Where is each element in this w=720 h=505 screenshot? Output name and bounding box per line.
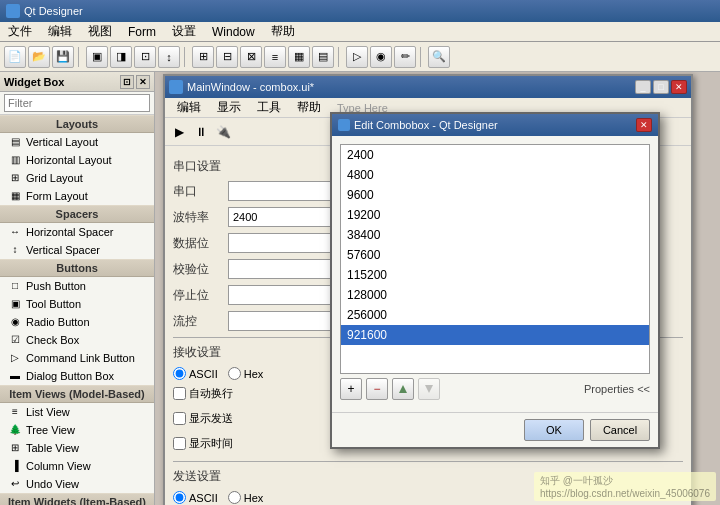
toolbar-btn-14[interactable]: 🔍 [428, 46, 450, 68]
auto-newline-label[interactable]: 自动换行 [173, 386, 233, 401]
widget-command-link-button[interactable]: ▷ Command Link Button [0, 349, 154, 367]
qt-pause-btn[interactable]: ⏸ [191, 122, 211, 142]
qt-menu-display[interactable]: 显示 [209, 98, 249, 117]
toolbar-btn-11[interactable]: ▷ [346, 46, 368, 68]
combo-list-item[interactable]: 57600 [341, 245, 649, 265]
combo-list-item[interactable]: 19200 [341, 205, 649, 225]
new-button[interactable]: 📄 [4, 46, 26, 68]
widget-table-view[interactable]: ⊞ Table View [0, 439, 154, 457]
toolbar-btn-10[interactable]: ▤ [312, 46, 334, 68]
toolbar-sep-4 [420, 47, 424, 67]
widget-vertical-spacer[interactable]: ↕ Vertical Spacer [0, 241, 154, 259]
widget-box-float-btn[interactable]: ⊡ [120, 75, 134, 89]
menu-settings[interactable]: 设置 [164, 22, 204, 41]
auto-newline-checkbox[interactable] [173, 387, 186, 400]
undo-view-icon: ↩ [8, 477, 22, 491]
combo-ok-btn[interactable]: OK [524, 419, 584, 441]
receive-ascii-radio[interactable] [173, 367, 186, 380]
widget-form-layout[interactable]: ▦ Form Layout [0, 187, 154, 205]
combo-list-item[interactable]: 128000 [341, 285, 649, 305]
send-hex-radio[interactable] [228, 491, 241, 504]
toolbar-btn-9[interactable]: ▦ [288, 46, 310, 68]
widget-horizontal-spacer[interactable]: ↔ Horizontal Spacer [0, 223, 154, 241]
combo-list-item[interactable]: 9600 [341, 185, 649, 205]
widget-box-header: Widget Box ⊡ ✕ [0, 72, 154, 92]
category-layouts[interactable]: Layouts [0, 115, 154, 133]
filter-input[interactable] [4, 94, 150, 112]
main-toolbar: 📄 📂 💾 ▣ ◨ ⊡ ↕ ⊞ ⊟ ⊠ ≡ ▦ ▤ ▷ ◉ ✏ 🔍 [0, 42, 720, 72]
qt-menu-help[interactable]: 帮助 [289, 98, 329, 117]
menu-window[interactable]: Window [204, 24, 263, 40]
category-spacers[interactable]: Spacers [0, 205, 154, 223]
toolbar-btn-7[interactable]: ⊠ [240, 46, 262, 68]
widget-vertical-layout[interactable]: ▤ Vertical Layout [0, 133, 154, 151]
combo-down-btn[interactable] [418, 378, 440, 400]
combo-dialog: Edit Combobox - Qt Designer ✕ 2400480096… [330, 112, 660, 449]
widget-horizontal-layout[interactable]: ▥ Horizontal Layout [0, 151, 154, 169]
widget-column-view[interactable]: ▐ Column View [0, 457, 154, 475]
menu-edit[interactable]: 编辑 [40, 22, 80, 41]
toolbar-btn-2[interactable]: ◨ [110, 46, 132, 68]
toolbar-btn-1[interactable]: ▣ [86, 46, 108, 68]
show-time-checkbox[interactable] [173, 437, 186, 450]
svg-marker-0 [399, 385, 407, 393]
combo-list-item[interactable]: 4800 [341, 165, 649, 185]
combo-list-item[interactable]: 115200 [341, 265, 649, 285]
combo-cancel-btn[interactable]: Cancel [590, 419, 650, 441]
save-button[interactable]: 💾 [52, 46, 74, 68]
menu-form[interactable]: Form [120, 24, 164, 40]
receive-hex-radio[interactable] [228, 367, 241, 380]
widget-list-view[interactable]: ≡ List View [0, 403, 154, 421]
widget-grid-layout[interactable]: ⊞ Grid Layout [0, 169, 154, 187]
toolbar-btn-4[interactable]: ↕ [158, 46, 180, 68]
menu-view[interactable]: 视图 [80, 22, 120, 41]
qt-maximize-btn[interactable]: □ [653, 80, 669, 94]
category-buttons[interactable]: Buttons [0, 259, 154, 277]
receive-hex-label[interactable]: Hex [228, 367, 264, 380]
combo-list-item[interactable]: 38400 [341, 225, 649, 245]
widget-check-box[interactable]: ☑ Check Box [0, 331, 154, 349]
widget-tool-button[interactable]: ▣ Tool Button [0, 295, 154, 313]
qt-close-btn[interactable]: ✕ [671, 80, 687, 94]
receive-ascii-label[interactable]: ASCII [173, 367, 218, 380]
widget-box-close-btn[interactable]: ✕ [136, 75, 150, 89]
menu-help[interactable]: 帮助 [263, 22, 303, 41]
qt-stop-btn[interactable]: 🔌 [213, 122, 233, 142]
toolbar-btn-13[interactable]: ✏ [394, 46, 416, 68]
widget-push-button[interactable]: □ Push Button [0, 277, 154, 295]
category-item-widgets[interactable]: Item Widgets (Item-Based) [0, 493, 154, 505]
qt-minimize-btn[interactable]: _ [635, 80, 651, 94]
widget-undo-view[interactable]: ↩ Undo View [0, 475, 154, 493]
open-button[interactable]: 📂 [28, 46, 50, 68]
tool-button-icon: ▣ [8, 297, 22, 311]
send-ascii-label[interactable]: ASCII [173, 491, 218, 504]
combo-properties-link[interactable]: Properties << [584, 383, 650, 395]
toolbar-sep-2 [184, 47, 188, 67]
category-item-views[interactable]: Item Views (Model-Based) [0, 385, 154, 403]
widget-tree-view[interactable]: 🌲 Tree View [0, 421, 154, 439]
send-ascii-radio[interactable] [173, 491, 186, 504]
widget-dialog-button-box[interactable]: ▬ Dialog Button Box [0, 367, 154, 385]
qt-play-btn[interactable]: ▶ [169, 122, 189, 142]
toolbar-btn-5[interactable]: ⊞ [192, 46, 214, 68]
qt-menu-tools[interactable]: 工具 [249, 98, 289, 117]
combo-up-btn[interactable] [392, 378, 414, 400]
combo-dialog-close-btn[interactable]: ✕ [636, 118, 652, 132]
combo-list-item[interactable]: 256000 [341, 305, 649, 325]
menu-file[interactable]: 文件 [0, 22, 40, 41]
combo-list-item[interactable]: 2400 [341, 145, 649, 165]
toolbar-btn-3[interactable]: ⊡ [134, 46, 156, 68]
combo-add-btn[interactable]: + [340, 378, 362, 400]
show-time-label[interactable]: 显示时间 [173, 436, 233, 451]
toolbar-btn-8[interactable]: ≡ [264, 46, 286, 68]
send-hex-label[interactable]: Hex [228, 491, 264, 504]
show-send-checkbox[interactable] [173, 412, 186, 425]
widget-radio-button[interactable]: ◉ Radio Button [0, 313, 154, 331]
qt-menu-edit[interactable]: 编辑 [169, 98, 209, 117]
show-send-label[interactable]: 显示发送 [173, 411, 233, 426]
combo-remove-btn[interactable]: − [366, 378, 388, 400]
combo-list[interactable]: 2400480096001920038400576001152001280002… [340, 144, 650, 374]
toolbar-btn-6[interactable]: ⊟ [216, 46, 238, 68]
combo-list-item[interactable]: 921600 [341, 325, 649, 345]
toolbar-btn-12[interactable]: ◉ [370, 46, 392, 68]
